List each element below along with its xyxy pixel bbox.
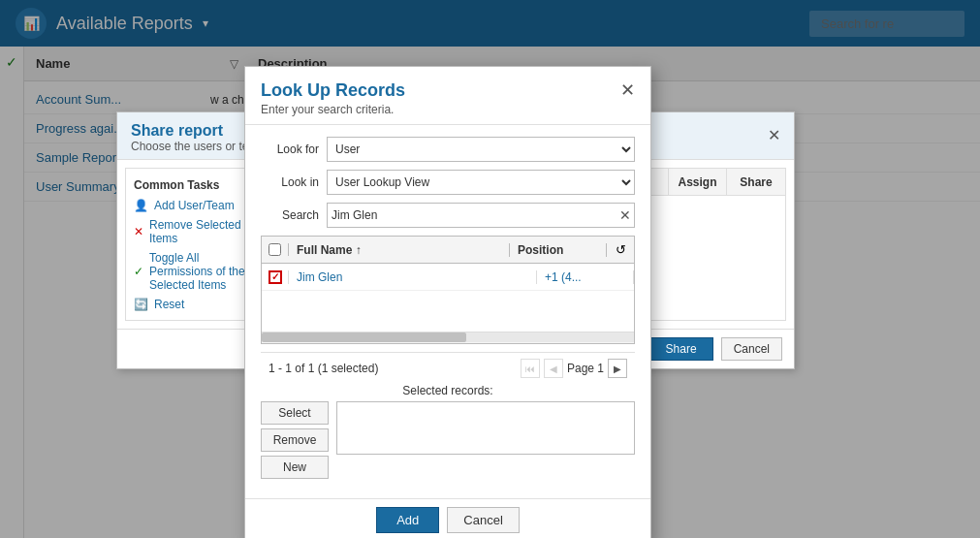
look-in-label: Look in xyxy=(261,175,319,189)
row-checkbox-selected[interactable] xyxy=(269,270,282,284)
action-buttons-group: Select Remove New xyxy=(261,401,329,479)
task-label: Toggle All Permissions of the Selected I… xyxy=(149,251,260,292)
look-for-select[interactable]: User xyxy=(327,137,635,162)
page-label: Page 1 xyxy=(567,362,604,375)
scrollbar-thumb[interactable] xyxy=(262,332,466,342)
selected-records-label: Selected records: xyxy=(261,384,635,397)
page-navigation: ⏮ ◀ Page 1 ▶ xyxy=(521,359,627,378)
dialog-titlebar: Look Up Records Enter your search criter… xyxy=(245,67,650,125)
share-panel-cancel-button[interactable]: Cancel xyxy=(721,337,782,361)
full-name-header-text: Full Name ↑ xyxy=(297,243,362,257)
dialog-subtitle: Enter your search criteria. xyxy=(261,103,635,116)
row-checkbox-cell xyxy=(262,270,289,284)
share-column-header: Share xyxy=(727,169,785,195)
search-clear-button[interactable]: ✕ xyxy=(619,207,631,223)
row-name-cell[interactable]: Jim Glen xyxy=(289,270,537,284)
look-for-label: Look for xyxy=(261,142,319,156)
cancel-button[interactable]: Cancel xyxy=(447,507,519,533)
check-icon: ✓ xyxy=(134,265,143,278)
selected-records-box xyxy=(336,401,635,455)
results-grid: Full Name ↑ Position ↺ Jim Glen +1 (4... xyxy=(261,236,635,344)
remove-button[interactable]: Remove xyxy=(261,428,329,452)
lookup-dialog: Look Up Records Enter your search criter… xyxy=(244,66,651,538)
position-header: Position xyxy=(510,243,607,257)
result-row[interactable]: Jim Glen +1 (4... xyxy=(262,264,634,291)
add-button[interactable]: Add xyxy=(376,507,439,533)
next-page-button[interactable]: ▶ xyxy=(608,359,627,378)
full-name-header[interactable]: Full Name ↑ xyxy=(289,243,510,257)
results-body: Jim Glen +1 (4... xyxy=(262,264,634,332)
scrollbar-track xyxy=(262,332,634,342)
search-input[interactable] xyxy=(327,203,635,228)
new-button[interactable]: New xyxy=(261,456,329,479)
select-button[interactable]: Select xyxy=(261,401,329,425)
prev-page-button[interactable]: ◀ xyxy=(544,359,563,378)
select-all-checkbox[interactable] xyxy=(269,243,281,256)
dialog-close-button[interactable]: ✕ xyxy=(616,79,639,102)
assign-column-header: Assign xyxy=(669,169,727,195)
dialog-title: Look Up Records xyxy=(261,80,635,101)
task-label: Reset xyxy=(154,298,184,311)
search-wrapper: ✕ xyxy=(327,203,635,228)
remove-icon: ✕ xyxy=(134,225,143,238)
share-panel-share-button[interactable]: Share xyxy=(649,337,713,361)
row-phone-cell[interactable]: +1 (4... xyxy=(537,270,634,284)
look-for-row: Look for User xyxy=(261,137,635,162)
results-grid-header: Full Name ↑ Position ↺ xyxy=(262,237,634,264)
refresh-icon[interactable]: ↺ xyxy=(607,242,634,257)
task-label: Add User/Team xyxy=(154,199,235,212)
first-page-button[interactable]: ⏮ xyxy=(521,359,540,378)
selected-records-section: Selected records: Select Remove New xyxy=(261,384,635,487)
user-icon: 👤 xyxy=(134,199,148,212)
selected-records-area: Select Remove New xyxy=(261,401,635,487)
pagination-row: 1 - 1 of 1 (1 selected) ⏮ ◀ Page 1 ▶ xyxy=(261,352,635,384)
horizontal-scrollbar[interactable] xyxy=(262,332,634,343)
dialog-footer: Add Cancel xyxy=(245,498,650,538)
header-checkbox-cell xyxy=(262,243,289,256)
search-row: Search ✕ xyxy=(261,203,635,228)
dialog-body: Look for User Look in User Lookup View S… xyxy=(245,125,650,498)
pagination-info: 1 - 1 of 1 (1 selected) xyxy=(269,362,378,375)
look-in-select[interactable]: User Lookup View xyxy=(327,170,635,195)
share-panel-close-button[interactable]: ✕ xyxy=(768,126,780,144)
look-in-row: Look in User Lookup View xyxy=(261,170,635,195)
reset-icon: 🔄 xyxy=(134,298,148,311)
search-label: Search xyxy=(261,208,319,222)
task-label: Remove Selected Items xyxy=(149,218,260,245)
